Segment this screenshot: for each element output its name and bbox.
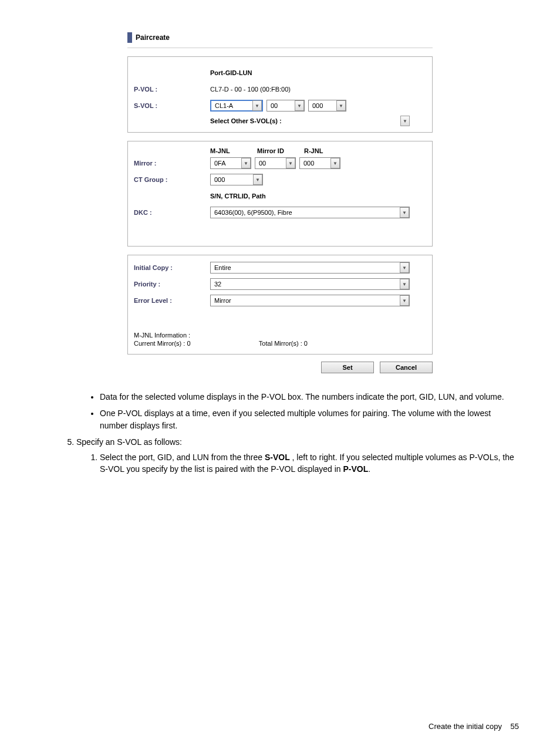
chevron-down-icon: ▼ [400,295,409,306]
copy-section: Initial Copy : Entire ▼ Priority : 32 ▼ … [127,255,433,355]
doc-step-5: Specify an S-VOL as follows: Select the … [76,436,519,475]
ctgroup-select[interactable]: 000 ▼ [210,174,263,185]
vol-section: Port-GID-LUN P-VOL : CL7-D - 00 - 100 (0… [127,56,433,133]
doc-step5-1-bold-svol: S-VOL [265,453,290,462]
doc-step5-1-part-e: . [368,464,370,474]
mjnl-info-block: M-JNL Information : Current Mirror(s) : … [134,332,426,347]
mjnl-header: M-JNL [210,147,257,154]
chevron-down-icon: ▼ [253,174,262,185]
priority-value: 32 [211,279,400,289]
mirror-section: M-JNL Mirror ID R-JNL Mirror : 0FA ▼ 00 … [127,141,433,247]
rjnl-header: R-JNL [304,147,351,154]
chevron-down-icon: ▼ [400,279,409,289]
doc-step5-1-part-a: Select the port, GID, and LUN from the t… [100,453,265,462]
dkc-select[interactable]: 64036(00), 6(P9500), Fibre ▼ [210,207,410,218]
chevron-down-icon: ▼ [286,158,295,168]
error-level-select[interactable]: Mirror ▼ [210,295,410,306]
document-body: Data for the selected volume displays in… [41,391,519,475]
doc-step5-text: Specify an S-VOL as follows: [76,437,182,447]
svol-label: S-VOL : [134,102,210,109]
svol-port-value: CL1-A [211,102,252,109]
chevron-down-icon: ▼ [252,100,262,111]
mirror-label: Mirror : [134,160,210,167]
doc-step-5-1: Select the port, GID, and LUN from the t… [100,451,519,475]
svol-gid-value: 00 [267,102,295,109]
error-level-label: Error Level : [134,297,210,304]
cancel-button[interactable]: Cancel [380,362,433,373]
svol-gid-select[interactable]: 00 ▼ [266,100,305,112]
chevron-down-icon: ▼ [336,100,346,111]
current-mirrors: Current Mirror(s) : 0 [134,340,257,347]
initial-copy-label: Initial Copy : [134,264,210,271]
ctgroup-label: CT Group : [134,176,210,183]
dialog-title: Paircreate [136,33,170,42]
doc-bullet-2: One P-VOL displays at a time, even if yo… [100,407,519,431]
initial-copy-value: Entire [211,263,400,272]
mirror-rjnl-select[interactable]: 000 ▼ [299,157,340,169]
mjnl-info-label: M-JNL Information : [134,332,426,339]
mirror-mjnl-select[interactable]: 0FA ▼ [210,157,251,169]
chevron-down-icon: ▼ [330,158,340,168]
svol-lun-select[interactable]: 000 ▼ [308,100,346,112]
svol-port-select[interactable]: CL1-A ▼ [210,100,263,112]
initial-copy-select[interactable]: Entire ▼ [210,262,410,274]
select-other-svol-dropdown[interactable]: ▼ [400,116,410,126]
port-gid-lun-header: Port-GID-LUN [210,69,252,76]
error-level-value: Mirror [211,296,400,305]
svol-lun-value: 000 [309,102,336,109]
chevron-down-icon: ▼ [295,100,304,111]
mirror-rjnl-value: 000 [300,160,330,167]
paircreate-dialog: Paircreate Port-GID-LUN P-VOL : CL7-D - … [127,32,433,373]
chevron-down-icon: ▼ [400,262,409,273]
ctgroup-value: 000 [211,176,253,183]
sn-ctrlid-path-header: S/N, CTRLID, Path [210,193,266,200]
select-other-svol-label: Select Other S-VOL(s) : [210,117,400,124]
pvol-value: CL7-D - 00 - 100 (00:FB:00) [210,86,291,93]
priority-select[interactable]: 32 ▼ [210,278,410,290]
priority-label: Priority : [134,281,210,288]
mirror-mjnl-value: 0FA [211,160,241,167]
dkc-label: DKC : [134,209,210,216]
mirror-id-value: 00 [255,160,286,167]
title-accent-block [127,32,132,43]
dialog-title-bar: Paircreate [127,32,433,48]
total-mirrors: Total Mirror(s) : 0 [259,340,308,347]
chevron-down-icon: ▼ [241,158,251,168]
mirror-id-select[interactable]: 00 ▼ [255,157,296,169]
doc-bullet-1: Data for the selected volume displays in… [100,391,519,403]
mirrorid-header: Mirror ID [257,147,304,154]
dkc-value: 64036(00), 6(P9500), Fibre [211,208,400,217]
doc-step5-1-bold-pvol: P-VOL [343,464,369,474]
chevron-down-icon: ▼ [400,207,409,218]
set-button[interactable]: Set [321,362,374,373]
pvol-label: P-VOL : [134,86,210,93]
